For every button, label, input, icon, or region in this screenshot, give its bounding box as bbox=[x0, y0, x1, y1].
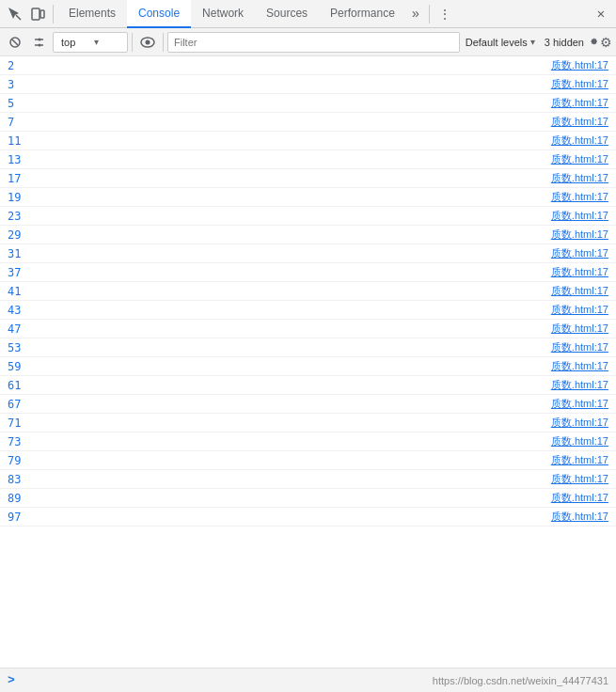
table-row: 3质数.html:17 bbox=[0, 75, 616, 94]
console-source-link[interactable]: 质数.html:17 bbox=[551, 209, 616, 223]
console-value: 13 bbox=[8, 153, 551, 166]
console-value: 5 bbox=[8, 97, 551, 110]
console-toolbar: top ▾ Default levels ▾ 3 hidden ⚙ bbox=[0, 28, 616, 56]
console-source-link[interactable]: 质数.html:17 bbox=[551, 115, 616, 129]
hidden-count-badge[interactable]: 3 hidden bbox=[541, 37, 588, 48]
inspect-element-btn[interactable] bbox=[4, 3, 26, 25]
console-value: 97 bbox=[8, 511, 551, 524]
filter-input[interactable] bbox=[167, 32, 460, 53]
console-value: 41 bbox=[8, 285, 551, 298]
console-source-link[interactable]: 质数.html:17 bbox=[551, 378, 616, 392]
console-value: 61 bbox=[8, 379, 551, 392]
tab-separator-2 bbox=[429, 5, 430, 24]
console-source-link[interactable]: 质数.html:17 bbox=[551, 77, 616, 91]
console-source-link[interactable]: 质数.html:17 bbox=[551, 397, 616, 411]
console-source-link[interactable]: 质数.html:17 bbox=[551, 510, 616, 524]
table-row: 17质数.html:17 bbox=[0, 169, 616, 188]
console-value: 7 bbox=[8, 116, 551, 129]
clear-console-btn[interactable] bbox=[4, 31, 26, 54]
console-value: 43 bbox=[8, 304, 551, 317]
console-source-link[interactable]: 质数.html:17 bbox=[551, 265, 616, 279]
console-source-link[interactable]: 质数.html:17 bbox=[551, 416, 616, 430]
table-row: 5质数.html:17 bbox=[0, 94, 616, 113]
console-source-link[interactable]: 质数.html:17 bbox=[551, 284, 616, 298]
console-value: 2 bbox=[8, 59, 551, 72]
console-source-link[interactable]: 质数.html:17 bbox=[551, 96, 616, 110]
tab-separator-1 bbox=[53, 5, 54, 24]
device-toolbar-btn[interactable] bbox=[26, 3, 49, 25]
tab-performance[interactable]: Performance bbox=[319, 0, 406, 28]
console-source-link[interactable]: 质数.html:17 bbox=[551, 322, 616, 336]
console-source-link[interactable]: 质数.html:17 bbox=[551, 246, 616, 260]
table-row: 79质数.html:17 bbox=[0, 451, 616, 470]
table-row: 71质数.html:17 bbox=[0, 414, 616, 432]
table-row: 19质数.html:17 bbox=[0, 188, 616, 207]
tab-elements[interactable]: Elements bbox=[57, 0, 127, 28]
console-source-link[interactable]: 质数.html:17 bbox=[551, 190, 616, 204]
console-value: 3 bbox=[8, 78, 551, 91]
console-source-link[interactable]: 质数.html:17 bbox=[551, 434, 616, 448]
table-row: 89质数.html:17 bbox=[0, 489, 616, 508]
log-levels-btn[interactable]: Default levels ▾ bbox=[462, 32, 539, 53]
console-source-link[interactable]: 质数.html:17 bbox=[551, 303, 616, 317]
console-value: 53 bbox=[8, 341, 551, 354]
table-row: 2质数.html:17 bbox=[0, 56, 616, 75]
context-arrow-icon: ▾ bbox=[94, 37, 123, 47]
table-row: 73质数.html:17 bbox=[0, 432, 616, 451]
table-row: 31质数.html:17 bbox=[0, 244, 616, 263]
console-value: 23 bbox=[8, 210, 551, 223]
toolbar-divider-2 bbox=[163, 33, 164, 52]
svg-rect-2 bbox=[40, 10, 44, 18]
close-devtools-btn[interactable]: ✕ bbox=[590, 3, 612, 25]
table-row: 59质数.html:17 bbox=[0, 357, 616, 376]
table-row: 23质数.html:17 bbox=[0, 207, 616, 226]
tab-console[interactable]: Console bbox=[127, 0, 191, 28]
console-source-link[interactable]: 质数.html:17 bbox=[551, 491, 616, 505]
console-source-link[interactable]: 质数.html:17 bbox=[551, 58, 616, 72]
settings-btn[interactable]: ⚙ bbox=[590, 31, 612, 54]
table-row: 29质数.html:17 bbox=[0, 226, 616, 244]
console-source-link[interactable]: 质数.html:17 bbox=[551, 134, 616, 148]
console-output: 2质数.html:173质数.html:175质数.html:177质数.htm… bbox=[0, 56, 616, 668]
console-value: 31 bbox=[8, 247, 551, 260]
toggle-filter-btn[interactable] bbox=[28, 31, 51, 54]
table-row: 53质数.html:17 bbox=[0, 338, 616, 357]
eye-btn[interactable] bbox=[136, 31, 159, 54]
console-value: 79 bbox=[8, 454, 551, 467]
console-source-link[interactable]: 质数.html:17 bbox=[551, 340, 616, 354]
svg-rect-1 bbox=[32, 8, 39, 20]
console-source-link[interactable]: 质数.html:17 bbox=[551, 472, 616, 486]
console-source-link[interactable]: 质数.html:17 bbox=[551, 228, 616, 242]
tab-sources[interactable]: Sources bbox=[255, 0, 319, 28]
svg-line-4 bbox=[12, 39, 18, 45]
more-tabs-btn[interactable]: » bbox=[406, 0, 425, 28]
table-row: 7质数.html:17 bbox=[0, 113, 616, 132]
table-row: 43质数.html:17 bbox=[0, 301, 616, 320]
console-value: 47 bbox=[8, 322, 551, 336]
console-value: 37 bbox=[8, 266, 551, 279]
console-source-link[interactable]: 质数.html:17 bbox=[551, 359, 616, 373]
console-source-link[interactable]: 质数.html:17 bbox=[551, 152, 616, 166]
devtools-tab-bar: Elements Console Network Sources Perform… bbox=[0, 0, 616, 28]
svg-line-0 bbox=[16, 15, 21, 20]
svg-point-10 bbox=[146, 39, 150, 44]
console-value: 71 bbox=[8, 417, 551, 430]
console-value: 89 bbox=[8, 492, 551, 505]
console-value: 83 bbox=[8, 473, 551, 486]
levels-arrow-icon: ▾ bbox=[530, 37, 535, 47]
console-source-link[interactable]: 质数.html:17 bbox=[551, 453, 616, 467]
toolbar-divider-1 bbox=[132, 33, 133, 52]
status-bar: > https://blog.csdn.net/weixin_44477431 bbox=[0, 668, 616, 692]
console-source-link[interactable]: 质数.html:17 bbox=[551, 171, 616, 185]
table-row: 83质数.html:17 bbox=[0, 470, 616, 489]
table-row: 61质数.html:17 bbox=[0, 376, 616, 395]
tab-network[interactable]: Network bbox=[191, 0, 255, 28]
console-value: 29 bbox=[8, 228, 551, 242]
devtools-menu-btn[interactable]: ⋮ bbox=[434, 3, 456, 25]
console-prompt[interactable]: > bbox=[8, 673, 15, 687]
context-selector[interactable]: top ▾ bbox=[53, 32, 128, 53]
console-value: 11 bbox=[8, 134, 551, 148]
console-value: 17 bbox=[8, 172, 551, 185]
status-link: https://blog.csdn.net/weixin_44477431 bbox=[433, 675, 608, 686]
table-row: 47质数.html:17 bbox=[0, 320, 616, 338]
